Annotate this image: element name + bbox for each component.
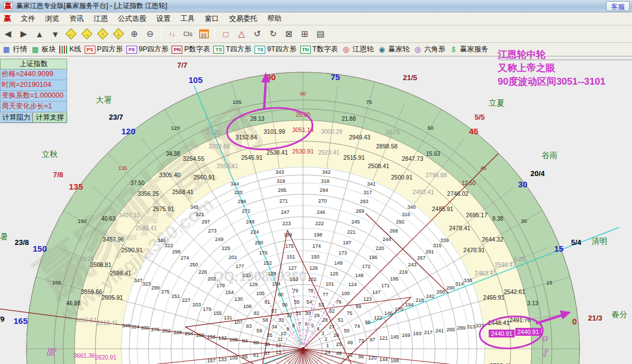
module-p-square[interactable]: PSP四方形 xyxy=(85,45,123,54)
svg-text:202: 202 xyxy=(208,276,216,282)
app-window: 赢 赢家江恩专业版[赢家服务平台] - [上证指数 江恩轮] 客服 赢 文件浏览… xyxy=(0,0,632,364)
t-square-label: T四方形 xyxy=(226,45,251,54)
menu-交易委托[interactable]: 交易委托 xyxy=(224,13,262,25)
svg-text:3559.66: 3559.66 xyxy=(81,288,102,295)
svg-text:29: 29 xyxy=(314,313,319,318)
svg-text:3457.96: 3457.96 xyxy=(103,236,124,243)
svg-text:101: 101 xyxy=(326,281,334,287)
svg-text:340: 340 xyxy=(407,204,416,210)
menu-设置[interactable]: 设置 xyxy=(151,13,175,25)
svg-text:27: 27 xyxy=(329,324,335,330)
svg-text:34: 34 xyxy=(271,324,277,330)
triangle-tool-icon[interactable]: △ xyxy=(234,27,249,41)
calendar-icon[interactable]: 21 xyxy=(196,27,211,41)
svg-text:立夏: 立夏 xyxy=(489,98,504,107)
menu-帮助[interactable]: 帮助 xyxy=(262,13,287,25)
rotate-cw-icon[interactable]: ↻ xyxy=(266,27,280,41)
calc-support-button[interactable]: 计算支撑 xyxy=(33,112,67,123)
svg-text:154: 154 xyxy=(225,290,234,295)
svg-text:276: 276 xyxy=(151,327,160,332)
svg-text:59: 59 xyxy=(256,328,262,334)
svg-text:313: 313 xyxy=(467,324,475,330)
conversion-factor-field: 变换系数=1.000000 xyxy=(0,91,67,102)
module-kline[interactable]: K线 xyxy=(59,45,81,54)
svg-text:219: 219 xyxy=(399,269,407,275)
title-bar: 赢 赢家江恩专业版[赢家服务平台] - [上证指数 江恩轮] 客服 xyxy=(0,0,632,12)
menu-资讯[interactable]: 资讯 xyxy=(64,13,89,25)
svg-text:318: 318 xyxy=(321,178,330,184)
menu-公式选股[interactable]: 公式选股 xyxy=(113,13,151,25)
svg-text:49: 49 xyxy=(347,340,353,345)
scroll-left-icon[interactable]: ◀ xyxy=(1,27,15,41)
svg-text:249: 249 xyxy=(215,236,223,242)
svg-text:82: 82 xyxy=(253,310,259,316)
svg-text:30: 30 xyxy=(305,310,310,316)
svg-text:317: 317 xyxy=(363,190,372,195)
scroll-up-icon[interactable]: ▲ xyxy=(32,27,47,41)
screen-icon[interactable]: ▤ xyxy=(313,27,328,41)
svg-text:99: 99 xyxy=(356,304,361,309)
svg-text:21.88: 21.88 xyxy=(341,116,356,122)
svg-text:123: 123 xyxy=(363,296,372,302)
module-t-table[interactable]: TNT数字表 xyxy=(300,45,338,54)
module-t-square[interactable]: TST四方形 xyxy=(213,45,251,54)
cls-button[interactable]: Cls xyxy=(181,27,195,41)
svg-text:7: 7 xyxy=(299,321,301,327)
svg-text:226: 226 xyxy=(199,269,207,275)
module-9t-square[interactable]: T99T四方形 xyxy=(254,45,296,54)
svg-text:26: 26 xyxy=(333,332,339,338)
window-title: 赢家江恩专业版[赢家服务平台] - [上证指数 江恩轮] xyxy=(16,1,167,11)
svg-text:5/5: 5/5 xyxy=(475,113,485,121)
svg-text:7/7: 7/7 xyxy=(177,61,187,69)
svg-text:3101.99: 3101.99 xyxy=(264,128,285,135)
menu-浏览[interactable]: 浏览 xyxy=(40,13,64,25)
pan-down-icon[interactable]: ↓ xyxy=(111,27,126,41)
svg-text:194: 194 xyxy=(405,302,414,308)
module-9p-square[interactable]: P99P四方形 xyxy=(126,45,169,54)
svg-text:7/8: 7/8 xyxy=(53,170,63,179)
module-winner-service[interactable]: ＄赢家服务 xyxy=(449,45,488,54)
scroll-down-icon[interactable]: ▼ xyxy=(48,27,63,41)
center-view-icon[interactable]: ⊞ xyxy=(297,27,312,41)
module-gann-wheel[interactable]: ◎江恩轮 xyxy=(341,45,374,54)
svg-text:2553.41: 2553.41 xyxy=(217,163,238,169)
svg-text:2695.17: 2695.17 xyxy=(466,212,488,218)
svg-text:274: 274 xyxy=(181,255,189,261)
pan-up-icon[interactable]: ↑ xyxy=(95,27,110,41)
module-p-table[interactable]: PNP数字表 xyxy=(172,45,210,54)
zoom-out-icon[interactable]: ⊖ xyxy=(143,27,157,41)
svg-text:2463.41: 2463.41 xyxy=(475,270,496,277)
customer-service-button[interactable]: 客服 xyxy=(606,1,630,11)
select-box-icon[interactable]: ⊠ xyxy=(282,27,296,41)
menu-窗口[interactable]: 窗口 xyxy=(200,13,224,25)
module-winner-wheel[interactable]: ◉赢家轮 xyxy=(377,45,410,54)
svg-text:25: 25 xyxy=(336,341,341,347)
rotate-ccw-icon[interactable]: ↺ xyxy=(250,27,265,41)
module-hexagon[interactable]: ◎六角形 xyxy=(413,45,446,54)
scroll-right-icon[interactable]: ▶ xyxy=(16,27,31,41)
menu-工具[interactable]: 工具 xyxy=(175,13,200,25)
gann-wheel-chart[interactable]: 赢家财富网www.yingjia360.comQQ:10080036012345… xyxy=(0,56,632,364)
calc-resistance-button[interactable]: 计算阻力 xyxy=(0,112,33,123)
module-quotes[interactable]: ▦行情 xyxy=(2,45,27,54)
hexagon-icon: ◎ xyxy=(413,45,423,54)
svg-text:2598.41: 2598.41 xyxy=(110,270,131,277)
p-square-label: P四方形 xyxy=(97,45,123,54)
rect-tool-icon[interactable]: □ xyxy=(218,27,233,41)
pan-left-icon[interactable]: ← xyxy=(64,27,78,41)
menu-江恩[interactable]: 江恩 xyxy=(89,13,113,25)
zoom-in-icon[interactable]: ⊕ xyxy=(127,27,142,41)
svg-text:35: 35 xyxy=(267,332,273,338)
svg-text:106: 106 xyxy=(243,304,252,309)
svg-text:148: 148 xyxy=(355,273,363,278)
menu-文件[interactable]: 文件 xyxy=(16,13,40,25)
pan-right-icon[interactable]: → xyxy=(80,27,94,41)
svg-text:74: 74 xyxy=(354,323,360,329)
svg-text:54: 54 xyxy=(306,299,312,305)
updown-icon[interactable]: ↑↓ xyxy=(165,27,179,41)
svg-text:2485.91: 2485.91 xyxy=(432,205,454,212)
svg-text:21/3: 21/3 xyxy=(588,314,602,322)
module-sectors[interactable]: ▩板块 xyxy=(30,45,56,54)
svg-text:323: 323 xyxy=(142,281,151,287)
p-square-icon: PS xyxy=(85,46,95,54)
